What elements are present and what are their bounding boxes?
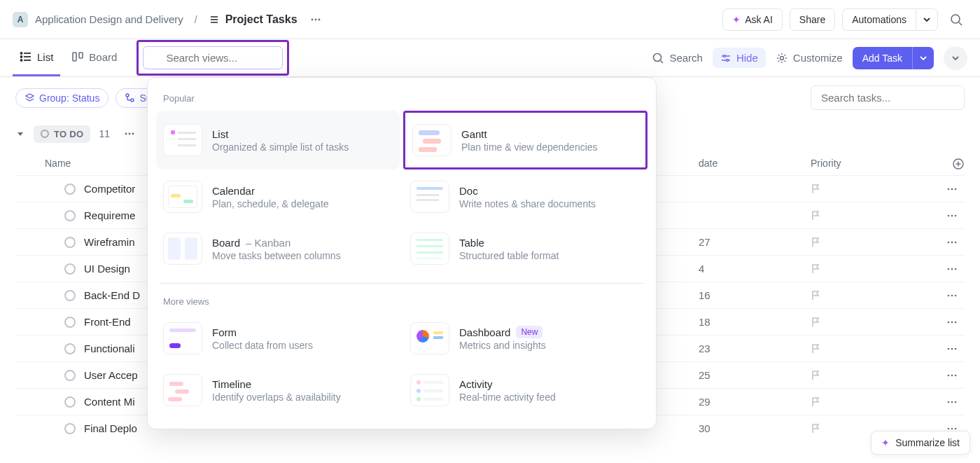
view-option-gantt[interactable]: Gantt Plan time & view dependencies bbox=[403, 111, 648, 170]
svg-point-63 bbox=[951, 427, 953, 429]
svg-point-53 bbox=[948, 347, 950, 350]
view-option-timeline[interactable]: Timeline Identify overlaps & availabilit… bbox=[156, 366, 400, 415]
task-status-circle[interactable] bbox=[64, 210, 76, 221]
tab-board[interactable]: Board bbox=[64, 39, 124, 76]
priority-flag-icon[interactable] bbox=[811, 396, 923, 408]
task-status-circle[interactable] bbox=[64, 370, 76, 381]
breadcrumb-parent[interactable]: Application Design and Delivery bbox=[35, 13, 183, 25]
layers-icon bbox=[24, 92, 35, 103]
group-status-chip[interactable]: Group: Status bbox=[15, 88, 108, 108]
group-count: 11 bbox=[99, 128, 110, 139]
add-column-button[interactable] bbox=[952, 158, 965, 170]
breadcrumb-more-icon[interactable] bbox=[304, 8, 327, 31]
row-more-icon[interactable] bbox=[946, 263, 965, 275]
row-more-icon[interactable] bbox=[946, 184, 965, 195]
add-task-dropdown-button[interactable] bbox=[912, 47, 934, 69]
svg-point-47 bbox=[948, 294, 950, 296]
row-more-icon[interactable] bbox=[946, 370, 965, 381]
ask-ai-button[interactable]: ✦ Ask AI bbox=[722, 8, 783, 31]
task-status-circle[interactable] bbox=[64, 343, 76, 354]
view-option-board[interactable]: Board – Kanban Move tasks between column… bbox=[156, 224, 400, 273]
customize-tool[interactable]: Customize bbox=[776, 52, 843, 64]
svg-point-52 bbox=[955, 321, 957, 323]
task-date[interactable]: 30 bbox=[699, 422, 811, 434]
priority-flag-icon[interactable] bbox=[811, 290, 923, 301]
task-status-circle[interactable] bbox=[64, 423, 76, 434]
task-status-circle[interactable] bbox=[64, 290, 76, 301]
search-views-input[interactable] bbox=[143, 46, 283, 69]
row-more-icon[interactable] bbox=[946, 237, 965, 248]
view-option-table[interactable]: Table Structured table format bbox=[403, 224, 648, 273]
task-date[interactable]: 16 bbox=[699, 289, 811, 301]
row-more-icon[interactable] bbox=[946, 317, 965, 328]
priority-flag-icon[interactable] bbox=[811, 317, 923, 328]
view-option-form[interactable]: Form Collect data from users bbox=[156, 314, 400, 363]
svg-point-42 bbox=[951, 241, 953, 243]
tab-list[interactable]: List bbox=[13, 39, 60, 76]
search-tasks-input[interactable] bbox=[811, 85, 965, 110]
status-pill-todo[interactable]: TO DO bbox=[34, 125, 90, 143]
form-thumb-icon bbox=[163, 322, 202, 354]
svg-point-44 bbox=[948, 268, 950, 270]
svg-line-19 bbox=[661, 60, 664, 63]
view-option-doc[interactable]: Doc Write notes & share documents bbox=[403, 172, 648, 221]
task-status-circle[interactable] bbox=[64, 396, 76, 408]
collapse-toggle[interactable] bbox=[15, 129, 25, 139]
header-search-icon[interactable] bbox=[945, 8, 967, 31]
view-option-activity[interactable]: Activity Real-time activity feed bbox=[403, 366, 648, 415]
row-more-icon[interactable] bbox=[946, 396, 965, 408]
svg-point-26 bbox=[126, 94, 129, 97]
automations-dropdown-button[interactable] bbox=[916, 8, 938, 31]
search-tool[interactable]: Search bbox=[652, 52, 703, 64]
summarize-list-button[interactable]: ✦ Summarize list bbox=[871, 431, 970, 455]
col-priority[interactable]: Priority bbox=[811, 158, 923, 170]
svg-point-58 bbox=[955, 374, 957, 376]
svg-point-55 bbox=[955, 347, 957, 350]
row-more-icon[interactable] bbox=[946, 290, 965, 301]
svg-point-30 bbox=[129, 133, 131, 135]
add-task-button[interactable]: Add Task bbox=[853, 47, 912, 69]
top-header: A Application Design and Delivery / Proj… bbox=[0, 0, 980, 39]
row-more-icon[interactable] bbox=[946, 343, 965, 354]
task-date[interactable]: 27 bbox=[699, 236, 811, 248]
hide-tool[interactable]: Hide bbox=[713, 48, 766, 68]
new-badge: New bbox=[516, 326, 542, 338]
priority-flag-icon[interactable] bbox=[811, 237, 923, 248]
more-button[interactable] bbox=[944, 46, 967, 70]
task-date[interactable]: 4 bbox=[699, 263, 811, 275]
priority-flag-icon[interactable] bbox=[811, 263, 923, 275]
priority-flag-icon[interactable] bbox=[811, 370, 923, 381]
task-status-circle[interactable] bbox=[64, 184, 76, 195]
task-status-circle[interactable] bbox=[64, 237, 76, 248]
sparkle-icon: ✦ bbox=[881, 437, 890, 448]
share-button[interactable]: Share bbox=[790, 8, 835, 31]
workspace-avatar[interactable]: A bbox=[13, 12, 28, 27]
group-more-icon[interactable] bbox=[118, 123, 141, 145]
col-date[interactable]: date bbox=[699, 158, 811, 170]
breadcrumb-title[interactable]: Project Tasks bbox=[209, 13, 298, 26]
view-option-calendar[interactable]: Calendar Plan, schedule, & delegate bbox=[156, 172, 400, 221]
views-tab-bar: List Board Search Hide Customize Add Tas… bbox=[0, 39, 980, 77]
row-more-icon[interactable] bbox=[946, 210, 965, 221]
svg-point-56 bbox=[948, 374, 950, 376]
priority-flag-icon[interactable] bbox=[811, 343, 923, 354]
view-option-list[interactable]: List Organized & simple list of tasks bbox=[156, 111, 400, 170]
task-date[interactable]: 25 bbox=[699, 369, 811, 381]
gear-icon bbox=[776, 52, 788, 64]
view-option-dashboard[interactable]: Dashboard New Metrics and insights bbox=[403, 314, 648, 363]
task-date[interactable]: 29 bbox=[699, 396, 811, 408]
task-status-circle[interactable] bbox=[64, 317, 76, 328]
task-status-circle[interactable] bbox=[64, 263, 76, 275]
svg-point-31 bbox=[132, 133, 134, 135]
task-date[interactable]: 23 bbox=[699, 343, 811, 354]
task-date[interactable]: 18 bbox=[699, 316, 811, 328]
priority-flag-icon[interactable] bbox=[811, 184, 923, 195]
automations-button[interactable]: Automations bbox=[842, 8, 916, 31]
svg-marker-28 bbox=[18, 132, 23, 136]
priority-flag-icon[interactable] bbox=[811, 210, 923, 221]
subtask-icon bbox=[125, 92, 135, 103]
svg-point-22 bbox=[723, 55, 725, 57]
svg-point-40 bbox=[955, 214, 957, 216]
svg-point-3 bbox=[311, 18, 313, 20]
timeline-thumb-icon bbox=[163, 374, 202, 406]
